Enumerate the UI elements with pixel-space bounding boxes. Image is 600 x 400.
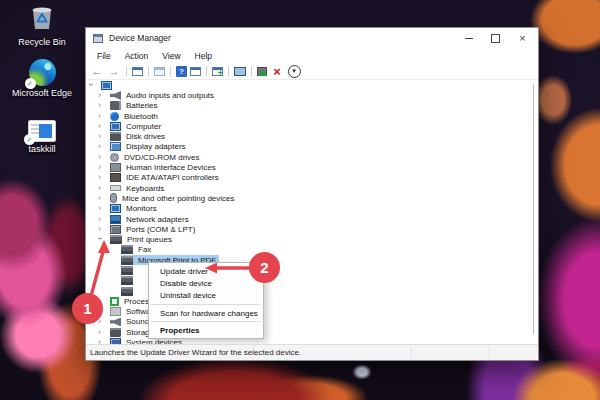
scan-hardware-changes-icon[interactable] [234,67,246,76]
disable-device-icon[interactable] [287,65,301,78]
tree-item-computer[interactable]: Computer [86,121,538,131]
show-console-tree-icon[interactable] [132,67,143,76]
vertical-scrollbar[interactable] [533,84,534,334]
chevron-collapsed-icon[interactable] [98,328,110,337]
tree-item-human-interface-devices[interactable]: Human Interface Devices [86,162,538,172]
check-badge-icon [24,134,35,145]
tree-item-print-queues[interactable]: Print queues [86,234,538,244]
chevron-collapsed-icon[interactable] [98,122,110,131]
menu-item-disable-device[interactable]: Disable device [149,277,263,289]
desktop-icon-taskkill[interactable]: taskkill [10,120,74,154]
audio-icon [110,91,121,100]
chevron-expanded-icon[interactable] [98,235,110,244]
chevron-collapsed-icon[interactable] [98,112,110,121]
menu-item-scan-for-hardware-changes[interactable]: Scan for hardware changes [149,307,263,319]
sound-icon [110,317,121,326]
close-button[interactable] [509,28,536,48]
menu-item-update-driver[interactable]: Update driver [149,265,263,277]
tree-item-label: Network adapters [125,215,189,224]
tree-item-label: Fax [137,245,151,254]
status-bar: Launches the Update Driver Wizard for th… [86,344,538,360]
tree-item-bluetooth[interactable]: Bluetooth [86,111,538,121]
minimize-button[interactable] [455,28,482,48]
tree-item[interactable] [86,80,538,90]
properties-icon[interactable] [154,67,165,76]
help-icon[interactable] [176,66,187,77]
device-manager-icon [93,34,103,43]
toolbar-separator [251,66,252,77]
desktop-icon-image [29,3,55,35]
maximize-button[interactable] [482,28,509,48]
recycle-bin-icon [29,3,55,31]
toolbar-separator [126,66,127,77]
update-driver-software-icon[interactable] [212,67,223,76]
tree-item-label: Computer [125,122,161,131]
chevron-collapsed-icon[interactable] [98,132,110,141]
chevron-collapsed-icon[interactable] [98,153,110,162]
menu-item-uninstall-device[interactable]: Uninstall device [149,290,263,302]
chevron-collapsed-icon[interactable] [98,204,110,213]
menu-file[interactable]: File [90,49,118,63]
tree-item-audio-inputs-and-outputs[interactable]: Audio inputs and outputs [86,90,538,100]
tree-item-monitors[interactable]: Monitors [86,204,538,214]
menu-item-properties[interactable]: Properties [149,324,263,336]
forward-icon[interactable] [107,65,121,78]
desktop-icon-label: Recycle Bin [18,37,66,47]
tree-item-dvd-cd-rom-drives[interactable]: DVD/CD-ROM drives [86,152,538,162]
menu-view[interactable]: View [155,49,187,63]
chevron-collapsed-icon[interactable] [98,225,110,234]
tree-item-batteries[interactable]: Batteries [86,101,538,111]
tree-item-keyboards[interactable]: Keyboards [86,183,538,193]
desktop-wallpaper: Recycle Bin Microsoft Edge taskkill Devi… [0,0,600,400]
tree-item-disk-drives[interactable]: Disk drives [86,131,538,141]
annotation-step-1: 1 [72,293,103,324]
computer-icon [101,81,112,90]
back-icon[interactable] [90,65,104,78]
chevron-collapsed-icon[interactable] [98,142,110,151]
desktop-icon-label: taskkill [28,144,55,154]
tree-item-ports-com-lpt[interactable]: Ports (COM & LPT) [86,224,538,234]
update-driver-icon[interactable] [257,67,267,76]
chevron-collapsed-icon[interactable] [98,194,110,203]
context-menu-separator [151,321,261,322]
printer-icon [121,256,133,265]
tree-item-mice-and-other-pointing-devices[interactable]: Mice and other pointing devices [86,193,538,203]
desktop-icon-image [28,120,56,142]
printer-icon [110,235,122,244]
software-icon [110,307,121,316]
chevron-collapsed-icon[interactable] [98,173,110,182]
tree-item-fax[interactable]: Fax [86,245,538,255]
menu-help[interactable]: Help [188,49,219,63]
tree-item-network-adapters[interactable]: Network adapters [86,214,538,224]
chevron-expanded-icon[interactable] [89,81,101,90]
context-menu-separator [151,304,261,305]
network-icon [110,215,121,224]
desktop-icon-microsoft-edge[interactable]: Microsoft Edge [10,59,74,98]
uninstall-device-icon[interactable] [270,65,284,78]
chevron-collapsed-icon[interactable] [98,91,110,100]
tree-item-label: Keyboards [125,184,164,193]
tree-item-display-adapters[interactable]: Display adapters [86,142,538,152]
desktop-icon-recycle-bin[interactable]: Recycle Bin [10,3,74,47]
toolbar-separator [148,66,149,77]
tree-item-ide-ata-atapi-controllers[interactable]: IDE ATA/ATAPI controllers [86,173,538,183]
window-controls [455,28,536,48]
console-window-icon[interactable] [190,67,201,76]
title-bar[interactable]: Device Manager [86,28,538,48]
chevron-collapsed-icon[interactable] [98,215,110,224]
tree-item-label: Bluetooth [123,112,158,121]
tree-item-label: Human Interface Devices [125,163,216,172]
monitor-icon [110,122,121,131]
printer-icon [121,266,133,275]
battery-icon [110,101,121,110]
keyboard-icon [110,185,121,191]
tree-item-label: Ports (COM & LPT) [125,225,195,234]
chevron-collapsed-icon[interactable] [98,317,110,326]
chevron-collapsed-icon[interactable] [98,163,110,172]
status-text: Launches the Update Driver Wizard for th… [90,348,301,357]
chevron-collapsed-icon[interactable] [98,101,110,110]
toolbar-separator [228,66,229,77]
monitor-icon [110,204,121,213]
menu-action[interactable]: Action [118,49,156,63]
chevron-collapsed-icon[interactable] [98,184,110,193]
